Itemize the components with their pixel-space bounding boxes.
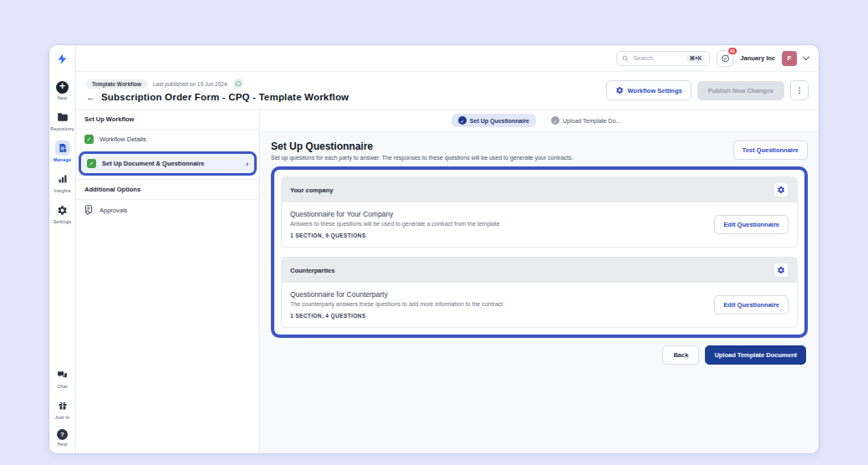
questionnaire-title: Questionnaire for Counterparty bbox=[290, 290, 503, 299]
upload-template-document-button[interactable]: Upload Template Document bbox=[705, 345, 806, 365]
check-icon: ✓ bbox=[87, 159, 96, 168]
upload-template-label: Upload Template Document bbox=[714, 351, 797, 359]
page-header-actions: Workflow Settings Publish New Changes ⋮ bbox=[606, 80, 809, 100]
test-questionnaire-button[interactable]: Test Questionnaire bbox=[733, 141, 808, 160]
gear-icon bbox=[55, 202, 70, 217]
step-workflow-details[interactable]: ✓ Workflow Details bbox=[76, 130, 259, 149]
sidebar-item-chat[interactable]: Chat bbox=[49, 367, 75, 389]
edit-questionnaire-button[interactable]: Edit Questionnaire bbox=[714, 215, 789, 234]
topbar: Search ⌘+K 91 January Inc F bbox=[76, 45, 819, 72]
title-row: ← Subscription Order Form - CPQ - Templa… bbox=[86, 92, 349, 102]
counterparties-card: Counterparties Questionnaire for Counter… bbox=[281, 257, 798, 328]
gear-icon bbox=[777, 186, 785, 194]
card-header: Counterparties bbox=[282, 258, 797, 283]
step-tabbar: ✓ Set Up Questionnaire ✓ Upload Template… bbox=[260, 110, 819, 132]
workflow-type-badge: Template Workflow bbox=[86, 79, 147, 89]
card-body: Questionnaire for Your Company Answers t… bbox=[282, 202, 797, 247]
edit-questionnaire-label: Edit Questionnaire bbox=[723, 221, 779, 228]
lightning-bolt-icon bbox=[57, 53, 68, 65]
more-options-button[interactable]: ⋮ bbox=[790, 80, 809, 100]
card-header: Your company bbox=[282, 177, 797, 202]
tasks-button[interactable]: 91 bbox=[717, 50, 733, 67]
gift-icon bbox=[55, 398, 70, 413]
edit-questionnaire-label: Edit Questionnaire bbox=[723, 301, 779, 309]
test-questionnaire-label: Test Questionnaire bbox=[743, 146, 799, 154]
page-header-left: Template Workflow Last published on 19 J… bbox=[86, 79, 349, 102]
manage-icon bbox=[55, 141, 70, 156]
sidebar-item-help[interactable]: ? Help bbox=[49, 429, 75, 447]
card-body: Questionnaire for Counterparty The count… bbox=[282, 283, 797, 327]
card-header-title: Counterparties bbox=[290, 267, 334, 274]
tab-set-up-questionnaire[interactable]: ✓ Set Up Questionnaire bbox=[452, 114, 536, 127]
card-text: Questionnaire for Your Company Answers t… bbox=[290, 210, 500, 238]
tab-label: Upload Template Do... bbox=[563, 118, 620, 124]
step-check-icon: ✓ bbox=[458, 116, 467, 125]
step-check-icon: ✓ bbox=[551, 116, 559, 125]
breadcrumb: Template Workflow Last published on 19 J… bbox=[86, 79, 349, 89]
sidebar-item-just-in[interactable]: Just In bbox=[49, 398, 75, 420]
chevron-down-icon[interactable] bbox=[803, 54, 809, 60]
sidebar-item-label: Settings bbox=[54, 219, 71, 224]
sidebar-item-label: Help bbox=[57, 442, 67, 447]
sidebar-item-insights[interactable]: Insights bbox=[49, 171, 75, 193]
questionnaire-cards-highlighted: Your company Questionnaire for Your Comp… bbox=[271, 166, 808, 338]
back-button[interactable]: Back bbox=[662, 345, 699, 365]
section-title: Set Up Questionnaire bbox=[271, 141, 573, 152]
last-published-text: Last published on 19 Jun 2024 bbox=[153, 81, 227, 87]
sidebar-item-label: New bbox=[58, 95, 68, 100]
card-settings-button[interactable] bbox=[774, 182, 789, 197]
notification-badge: 91 bbox=[728, 47, 738, 55]
question-mark-icon: ? bbox=[57, 429, 68, 440]
section-title-additional-options: Additional Options bbox=[76, 179, 259, 200]
publish-label: Publish New Changes bbox=[708, 87, 774, 95]
chat-icon bbox=[55, 367, 70, 382]
questionnaire-meta: 1 SECTION, 4 QUESTIONS bbox=[290, 313, 503, 319]
sidebar-item-manage[interactable]: Manage bbox=[49, 141, 75, 162]
chevron-right-icon: › bbox=[246, 160, 248, 168]
card-header-title: Your company bbox=[290, 187, 334, 194]
org-name: January Inc bbox=[740, 54, 775, 62]
app-logo[interactable] bbox=[49, 45, 75, 72]
search-shortcut-badge: ⌘+K bbox=[687, 54, 704, 63]
sidebar-item-label: Manage bbox=[54, 157, 72, 162]
step-label: Set Up Document & Questionnaire bbox=[102, 160, 240, 167]
body-row: Set Up Workflow ✓ Workflow Details ✓ Set… bbox=[76, 110, 819, 453]
footer-actions: Back Upload Template Document bbox=[271, 345, 808, 365]
approvals-icon bbox=[84, 205, 94, 215]
step-approvals[interactable]: Approvals bbox=[76, 200, 259, 220]
search-input[interactable]: Search ⌘+K bbox=[616, 51, 710, 66]
sidebar-item-label: Just In bbox=[55, 415, 70, 420]
main-column: Search ⌘+K 91 January Inc F Template Wor… bbox=[76, 45, 819, 453]
tab-label: Set Up Questionnaire bbox=[470, 118, 529, 124]
workflow-steps-panel: Set Up Workflow ✓ Workflow Details ✓ Set… bbox=[76, 110, 260, 453]
workflow-settings-button[interactable]: Workflow Settings bbox=[606, 80, 691, 100]
sidebar-item-repository[interactable]: Repository bbox=[49, 110, 75, 131]
check-icon: ✓ bbox=[84, 135, 94, 144]
step-label: Workflow Details bbox=[100, 135, 146, 143]
back-arrow-icon[interactable]: ← bbox=[86, 93, 95, 102]
nav-rail: + New Repository Manage Insights S bbox=[49, 45, 76, 453]
edit-questionnaire-button[interactable]: Edit Questionnaire bbox=[714, 295, 789, 314]
back-label: Back bbox=[673, 351, 688, 359]
tab-upload-template-document[interactable]: ✓ Upload Template Do... bbox=[544, 114, 627, 127]
avatar[interactable]: F bbox=[782, 51, 797, 66]
section-header: Set Up Questionnaire Set up questions fo… bbox=[271, 141, 808, 161]
questionnaire-title: Questionnaire for Your Company bbox=[290, 210, 500, 218]
search-icon bbox=[622, 55, 629, 62]
sidebar-item-settings[interactable]: Settings bbox=[49, 202, 75, 224]
sidebar-item-label: Chat bbox=[57, 384, 67, 389]
sidebar-item-label: Insights bbox=[54, 188, 71, 193]
folder-icon bbox=[55, 110, 70, 125]
app-window: + New Repository Manage Insights S bbox=[49, 44, 819, 454]
bar-chart-icon bbox=[55, 171, 70, 187]
clock-check-icon bbox=[721, 54, 730, 63]
plus-icon: + bbox=[56, 81, 69, 94]
card-settings-button[interactable] bbox=[774, 263, 789, 278]
workflow-settings-label: Workflow Settings bbox=[627, 87, 682, 95]
kebab-icon: ⋮ bbox=[796, 86, 804, 95]
step-setup-document-questionnaire-highlighted[interactable]: ✓ Set Up Document & Questionnaire › bbox=[79, 151, 257, 176]
publish-new-changes-button[interactable]: Publish New Changes bbox=[697, 81, 784, 100]
questionnaire-description: The counterparty answers these questions… bbox=[290, 301, 503, 307]
search-placeholder: Search bbox=[633, 54, 682, 62]
sidebar-item-new[interactable]: + New bbox=[49, 81, 75, 100]
